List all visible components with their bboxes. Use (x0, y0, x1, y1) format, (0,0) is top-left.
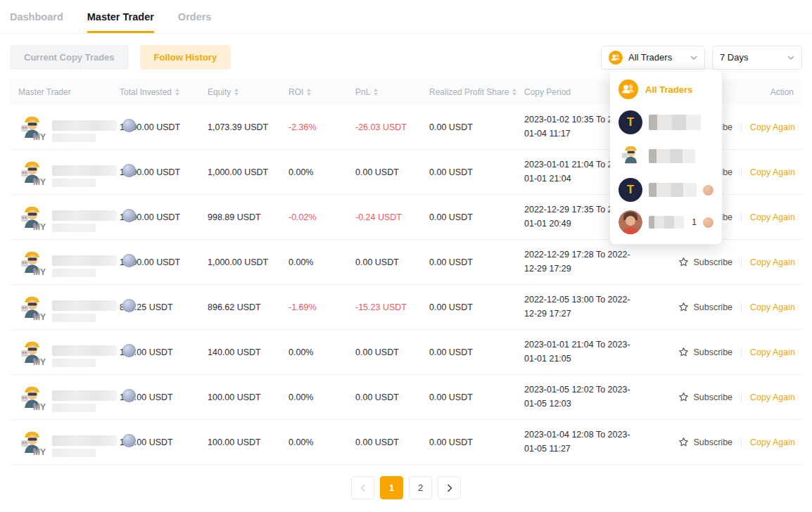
subscribe-button[interactable]: Subscribe (678, 392, 732, 402)
name-blur-line (52, 435, 117, 446)
copy-again-button[interactable]: Copy Again (750, 257, 795, 267)
action-cell: Subscribe Copy Again (648, 347, 802, 357)
pnl-value: 0.00 USDT (351, 392, 425, 402)
pnl-value: -26.03 USDT (351, 122, 425, 132)
subscribe-button[interactable]: Subscribe (678, 437, 732, 447)
trader-filter-select[interactable]: All Traders (601, 46, 705, 70)
tab-dashboard[interactable]: Dashboard (10, 11, 63, 33)
copy-again-button[interactable]: Copy Again (750, 347, 795, 357)
action-cell: Subscribe Copy Again (648, 437, 802, 447)
realized-profit-share-value: 0.00 USDT (425, 167, 520, 177)
column-header: Master Trader (10, 87, 115, 97)
follow-history-button[interactable]: Follow History (140, 45, 231, 70)
trader-filter-value: All Traders (628, 52, 685, 63)
name-blur-subline (52, 314, 96, 322)
copy-again-button[interactable]: Copy Again (750, 212, 795, 222)
avatar-my-badge: MY (33, 357, 46, 367)
equity-value: 1,000.00 USDT (203, 257, 284, 267)
column-header[interactable]: Equity (203, 87, 284, 97)
sort-icon (234, 89, 239, 96)
trader-badge-icon (122, 119, 136, 132)
pnl-value: 0.00 USDT (351, 347, 425, 357)
trader-name-redacted (52, 120, 117, 142)
name-blur-subline (52, 179, 96, 187)
column-header[interactable]: Total Invested (115, 87, 203, 97)
name-blur-subline (52, 404, 96, 412)
subscribe-button[interactable]: Subscribe (678, 347, 732, 357)
pnl-value: 0.00 USDT (351, 257, 425, 267)
name-blur-subline (52, 134, 96, 142)
column-header[interactable]: PnL (351, 87, 425, 97)
master-trader-avatar: MY (17, 248, 46, 277)
column-label: ROI (288, 87, 303, 97)
tab-master-trader[interactable]: Master Trader (87, 11, 154, 33)
master-trader-cell[interactable]: MY (10, 293, 115, 322)
column-header[interactable]: Realized Profit Share (425, 87, 520, 97)
dropdown-trader-item[interactable]: T (610, 174, 722, 206)
action-cell: Subscribe Copy Again (648, 392, 802, 402)
copy-again-button[interactable]: Copy Again (750, 302, 795, 312)
star-icon (678, 302, 689, 312)
avatar-my-badge: MY (33, 312, 46, 322)
roi-value: 0.00% (284, 437, 351, 447)
trader-name-redacted (52, 345, 117, 367)
master-trader-cell[interactable]: MY (10, 113, 115, 142)
sort-icon (175, 89, 179, 96)
name-blur-subline (52, 269, 96, 277)
copy-again-button[interactable]: Copy Again (750, 392, 795, 402)
equity-value: 1,000.00 USDT (203, 167, 284, 177)
master-trader-cell[interactable]: MY (10, 248, 115, 277)
dropdown-trader-item[interactable] (610, 139, 722, 174)
prev-page-button[interactable] (351, 476, 374, 499)
name-blur-line (52, 390, 117, 401)
column-label: Realized Profit Share (429, 87, 509, 97)
avatar-my-badge: MY (33, 447, 46, 457)
name-blur-subline (52, 224, 96, 232)
master-trader-cell[interactable]: MY (10, 158, 115, 187)
sort-icon (512, 89, 516, 96)
pnl-value: -0.24 USDT (351, 212, 425, 222)
subscribe-button[interactable]: Subscribe (678, 257, 732, 267)
filter-toolbar: Current Copy Trades Follow History All T… (10, 45, 802, 70)
sort-icon (307, 89, 311, 96)
roi-value: -2.36% (284, 122, 351, 132)
dropdown-item-all-traders[interactable]: All Traders (610, 74, 722, 106)
master-trader-cell[interactable]: MY (10, 338, 115, 367)
copy-period-value: 2022-12-29 17:28 To 2022-12-29 17:29 (520, 248, 648, 276)
next-page-button[interactable] (438, 476, 461, 499)
dropdown-trader-item[interactable]: 1 (610, 206, 722, 238)
action-divider (741, 122, 742, 132)
page-buttons: 1 2 (380, 476, 432, 499)
copy-period-value: 2022-12-05 13:00 To 2022-12-29 17:27 (520, 293, 648, 321)
avatar-my-badge: MY (33, 402, 46, 412)
equity-value: 100.00 USDT (203, 392, 284, 402)
dropdown-trader-item[interactable]: T (610, 106, 722, 139)
copy-again-button[interactable]: Copy Again (750, 167, 795, 177)
column-label: Action (770, 87, 794, 97)
column-header[interactable]: ROI (284, 87, 351, 97)
page-number-button[interactable]: 1 (380, 476, 403, 499)
page-number-button[interactable]: 2 (409, 476, 432, 499)
subscribe-button[interactable]: Subscribe (678, 302, 732, 312)
master-trader-cell[interactable]: MY (10, 203, 115, 232)
trader-name-redacted (649, 216, 684, 229)
star-icon (678, 437, 689, 447)
action-divider (741, 257, 742, 267)
roi-value: 0.00% (284, 167, 351, 177)
all-traders-icon (609, 51, 623, 65)
name-blur-line (52, 210, 117, 221)
realized-profit-share-value: 0.00 USDT (425, 212, 520, 222)
current-copy-trades-button[interactable]: Current Copy Trades (10, 45, 129, 70)
copy-again-button[interactable]: Copy Again (750, 122, 795, 132)
master-trader-cell[interactable]: MY (10, 383, 115, 412)
trader-name-redacted (649, 115, 701, 130)
emoji-icon (703, 217, 713, 228)
tab-orders[interactable]: Orders (178, 11, 212, 33)
filter-selects: All Traders 7 Days (601, 46, 802, 70)
copy-again-button[interactable]: Copy Again (750, 437, 795, 447)
master-trader-cell[interactable]: MY (10, 428, 115, 457)
pnl-value: -15.23 USDT (351, 302, 425, 312)
pagination: 1 2 (0, 476, 812, 499)
period-filter-select[interactable]: 7 Days (712, 46, 802, 70)
column-label: Copy Period (524, 87, 571, 97)
